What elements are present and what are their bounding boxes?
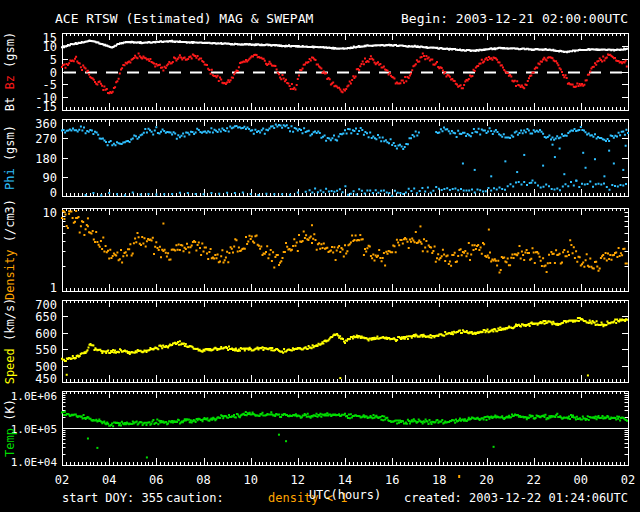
y-tick-label-bt-bz: -5 — [43, 78, 57, 92]
x-tick-label: 18 — [432, 473, 446, 487]
y-axis-title-part: Temp — [3, 428, 17, 457]
outlier-dot-phi — [625, 145, 627, 147]
footer-created-timestamp: created: 2003-12-22 01:24:06UTC — [404, 491, 628, 505]
x-tick-label: 12 — [291, 473, 305, 487]
outlier-dot-phi — [530, 182, 532, 184]
outlier-dot-speed — [587, 374, 589, 376]
begin-timestamp: Begin: 2003-12-21 02:00:00UTC — [401, 11, 628, 26]
outlier-dot-phi — [613, 162, 615, 164]
y-tick-label-phi: 0 — [50, 186, 57, 200]
x-tick-label: 14 — [338, 473, 352, 487]
outlier-dot-phi — [608, 150, 610, 152]
y-tick-label-density: 1 — [50, 281, 57, 295]
outlier-dot-phi — [542, 165, 544, 167]
outlier-dot-phi — [516, 171, 518, 173]
y-axis-title-part: Phi — [3, 168, 17, 190]
footer-caution-label: caution: — [166, 491, 224, 505]
outlier-dot-phi — [563, 173, 565, 175]
x-axis-title: UTC(hours) — [309, 488, 381, 502]
outlier-dot-phi — [594, 158, 596, 160]
outlier-dot-temp — [96, 447, 98, 449]
outlier-dot-phi — [523, 154, 525, 156]
outlier-dot-temp — [285, 440, 287, 442]
outlier-dot-phi — [490, 175, 492, 177]
y-axis-title-part: Density — [3, 250, 17, 301]
outlier-dot-temp — [278, 434, 280, 436]
outlier-dot-phi — [554, 156, 556, 158]
y-tick-label-phi: 180 — [35, 152, 57, 166]
y-axis-title-speed: Speed (km/s) — [3, 298, 17, 385]
y-axis-title-part: Bt — [3, 90, 17, 112]
plot-svg: 151050-5-10-1536027018090010170065060055… — [0, 0, 640, 512]
series-temp-points — [61, 411, 628, 428]
outlier-dot-phi — [552, 144, 554, 146]
y-axis-title-part: (K) — [3, 399, 17, 428]
y-axis-title-part: Speed — [3, 348, 17, 384]
x-tick-label: 02 — [621, 473, 635, 487]
caution-marker-dot — [458, 475, 460, 478]
outlier-dot-phi — [585, 167, 587, 169]
y-axis-title-phi: Phi (gsm) — [3, 125, 17, 190]
outlier-dot-phi — [559, 148, 561, 150]
outlier-dot-phi — [504, 160, 506, 162]
outlier-dot-phi — [462, 162, 464, 164]
outlier-dot-temp — [146, 456, 148, 458]
x-tick-label: 02 — [55, 473, 69, 487]
x-tick-label: 00 — [574, 473, 588, 487]
outlier-dot-phi — [603, 175, 605, 177]
outlier-dot-density — [63, 211, 65, 213]
y-axis-title-part: (km/s) — [3, 298, 17, 349]
x-major-ticks-density — [63, 208, 629, 291]
y-axis-title-density: Density (/cm3) — [3, 199, 17, 300]
outlier-dot-temp — [87, 438, 89, 440]
ace-rtsw-plot: 151050-5-10-1536027018090010170065060055… — [0, 0, 640, 512]
outlier-dot-density — [87, 217, 89, 219]
y-tick-label-phi: 270 — [35, 132, 57, 146]
x-minor-ticks-density — [67, 208, 625, 291]
series-density-points — [61, 210, 628, 274]
y-tick-label-bt-bz: 5 — [50, 53, 57, 67]
x-tick-label: 16 — [385, 473, 399, 487]
page-title: ACE RTSW (Estimated) MAG & SWEPAM — [55, 11, 313, 26]
y-axis-title-part: (gsm) — [3, 32, 17, 75]
outlier-dot-temp — [493, 446, 495, 448]
outlier-dot-phi — [622, 169, 624, 171]
outlier-dot-phi — [582, 152, 584, 154]
y-axis-title-temp: Temp (K) — [3, 399, 17, 457]
outlier-dot-density — [311, 224, 313, 226]
outlier-dot-phi — [575, 180, 577, 182]
y-axis-title-part: Bz — [3, 75, 17, 89]
x-tick-label: 08 — [196, 473, 210, 487]
series-speed-points — [61, 317, 628, 362]
y-tick-label-temp: 1.0E+06 — [11, 390, 57, 403]
outlier-dot-density — [162, 223, 164, 225]
y-tick-label-speed: 450 — [35, 372, 57, 386]
x-tick-label: 04 — [102, 473, 116, 487]
x-tick-label: 20 — [479, 473, 493, 487]
y-tick-label-speed: 650 — [35, 310, 57, 324]
y-tick-label-bt-bz: -15 — [35, 100, 57, 114]
outlier-dot-density — [488, 229, 490, 231]
y-tick-label-phi: 90 — [43, 171, 57, 185]
outlier-dot-density — [419, 225, 421, 227]
y-tick-label-density: 10 — [43, 206, 57, 220]
outlier-dot-phi — [474, 169, 476, 171]
outlier-dot-speed — [339, 377, 341, 379]
y-tick-label-phi: 360 — [35, 117, 57, 131]
y-axis-title-part: (/cm3) — [3, 199, 17, 250]
outlier-dot-speed — [66, 374, 68, 376]
footer-start-doy: start DOY: 355 — [62, 491, 163, 505]
y-tick-label-bt-bz: 10 — [43, 40, 57, 54]
generated-chart-layer: 151050-5-10-1536027018090010170065060055… — [3, 31, 635, 487]
series-bt-points — [61, 40, 628, 54]
outlier-dot-density — [68, 213, 70, 215]
panel-frame-density — [62, 208, 628, 291]
y-axis-title-bt-bz: Bt Bz (gsm) — [3, 32, 17, 112]
outlier-dot-density — [75, 210, 77, 212]
y-ticks-density — [62, 209, 628, 292]
y-axis-title-part: (gsm) — [3, 125, 17, 168]
series-phi-points — [61, 124, 629, 151]
y-tick-label-speed: 600 — [35, 327, 57, 341]
x-tick-label: 22 — [526, 473, 540, 487]
x-tick-label: 06 — [149, 473, 163, 487]
